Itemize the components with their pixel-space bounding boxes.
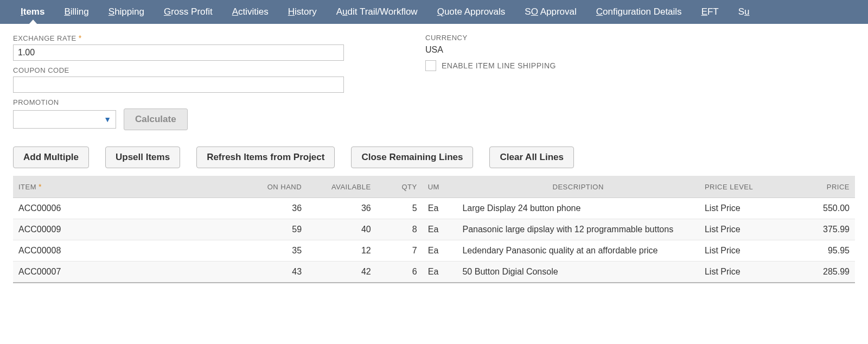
cell-pricelevel: List Price xyxy=(699,198,786,219)
chevron-down-icon: ▼ xyxy=(104,115,111,124)
cell-pricelevel: List Price xyxy=(699,219,786,240)
cell-onhand: 35 xyxy=(244,240,307,262)
cell-um: Ea xyxy=(423,262,457,283)
upsell-items-button[interactable]: Upsell Items xyxy=(105,146,180,168)
action-button-row: Add Multiple Upsell Items Refresh Items … xyxy=(0,141,868,176)
coupon-code-label: COUPON CODE xyxy=(13,66,344,74)
col-header-um[interactable]: UM xyxy=(423,176,457,198)
close-remaining-button[interactable]: Close Remaining Lines xyxy=(351,146,473,168)
cell-item: ACC00006 xyxy=(13,198,244,219)
promotion-label: PROMOTION xyxy=(13,98,344,106)
enable-shipping-checkbox[interactable] xyxy=(425,60,436,71)
refresh-items-button[interactable]: Refresh Items from Project xyxy=(196,146,335,168)
tab-11[interactable]: Su xyxy=(729,0,760,24)
form-area: EXCHANGE RATE* COUPON CODE PROMOTION ▼ C… xyxy=(0,24,868,141)
currency-value: USA xyxy=(425,45,556,55)
cell-pricelevel: List Price xyxy=(699,262,786,283)
cell-um: Ea xyxy=(423,240,457,262)
col-header-qty[interactable]: QTY xyxy=(376,176,423,198)
cell-qty: 7 xyxy=(376,240,423,262)
add-multiple-button[interactable]: Add Multiple xyxy=(13,146,89,168)
tab-5[interactable]: History xyxy=(278,0,327,24)
col-header-onhand[interactable]: ON HAND xyxy=(244,176,307,198)
currency-label: CURRENCY xyxy=(425,34,556,42)
table-row[interactable]: ACC0000636365EaLarge Display 24 button p… xyxy=(13,198,855,219)
cell-um: Ea xyxy=(423,219,457,240)
table-row[interactable]: ACC0000959408EaPanasonic large dipslay w… xyxy=(13,219,855,240)
table-row[interactable]: ACC0000835127EaLedendary Panasonic quali… xyxy=(13,240,855,262)
promotion-select[interactable]: ▼ xyxy=(13,110,116,129)
tab-10[interactable]: EFT xyxy=(692,0,729,24)
cell-price: 285.99 xyxy=(786,262,855,283)
cell-pricelevel: List Price xyxy=(699,240,786,262)
tab-bar: ItemsBillingShippingGross ProfitActiviti… xyxy=(0,0,868,24)
cell-description: Large Display 24 button phone xyxy=(457,198,699,219)
col-header-available[interactable]: AVAILABLE xyxy=(307,176,376,198)
cell-qty: 8 xyxy=(376,219,423,240)
cell-onhand: 43 xyxy=(244,262,307,283)
cell-qty: 6 xyxy=(376,262,423,283)
tab-2[interactable]: Shipping xyxy=(99,0,154,24)
cell-onhand: 36 xyxy=(244,198,307,219)
table-row[interactable]: ACC0000743426Ea50 Button Digial ConsoleL… xyxy=(13,262,855,283)
cell-description: Panasonic large dipslay with 12 programm… xyxy=(457,219,699,240)
cell-available: 42 xyxy=(307,262,376,283)
enable-shipping-label: ENABLE ITEM LINE SHIPPING xyxy=(442,61,556,70)
cell-price: 95.95 xyxy=(786,240,855,262)
cell-item: ACC00009 xyxy=(13,219,244,240)
tab-7[interactable]: Quote Approvals xyxy=(427,0,515,24)
tab-4[interactable]: Activities xyxy=(222,0,278,24)
cell-onhand: 59 xyxy=(244,219,307,240)
tab-0[interactable]: Items xyxy=(11,0,54,24)
tab-6[interactable]: Audit Trail/Workflow xyxy=(327,0,427,24)
exchange-rate-input[interactable] xyxy=(13,44,344,61)
tab-3[interactable]: Gross Profit xyxy=(154,0,222,24)
cell-item: ACC00008 xyxy=(13,240,244,262)
cell-description: Ledendary Panasonic quality at an afford… xyxy=(457,240,699,262)
cell-price: 375.99 xyxy=(786,219,855,240)
col-header-description[interactable]: DESCRIPTION xyxy=(457,176,699,198)
cell-qty: 5 xyxy=(376,198,423,219)
exchange-rate-label: EXCHANGE RATE* xyxy=(13,34,344,42)
coupon-code-input[interactable] xyxy=(13,77,344,93)
col-header-item[interactable]: ITEM* xyxy=(13,176,244,198)
calculate-button[interactable]: Calculate xyxy=(124,109,188,130)
col-header-pricelevel[interactable]: PRICE LEVEL xyxy=(699,176,786,198)
col-header-price[interactable]: PRICE xyxy=(786,176,855,198)
cell-item: ACC00007 xyxy=(13,262,244,283)
cell-um: Ea xyxy=(423,198,457,219)
clear-all-button[interactable]: Clear All Lines xyxy=(489,146,573,168)
tab-9[interactable]: Configuration Details xyxy=(586,0,692,24)
items-table: ITEM* ON HAND AVAILABLE QTY UM DESCRIPTI… xyxy=(13,176,855,283)
tab-8[interactable]: SO Approval xyxy=(515,0,586,24)
tab-1[interactable]: Billing xyxy=(54,0,98,24)
cell-description: 50 Button Digial Console xyxy=(457,262,699,283)
cell-available: 12 xyxy=(307,240,376,262)
cell-available: 40 xyxy=(307,219,376,240)
cell-available: 36 xyxy=(307,198,376,219)
cell-price: 550.00 xyxy=(786,198,855,219)
